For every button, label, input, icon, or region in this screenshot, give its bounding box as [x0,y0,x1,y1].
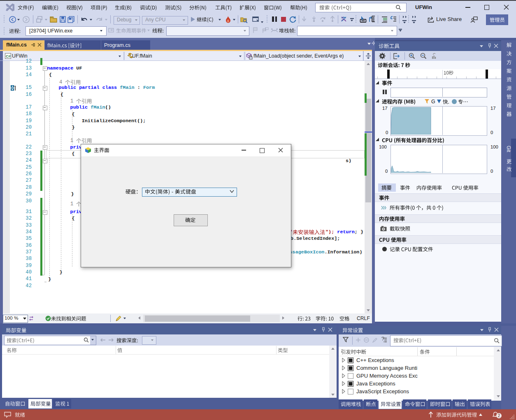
svg-text:C#: C# [6,54,11,58]
